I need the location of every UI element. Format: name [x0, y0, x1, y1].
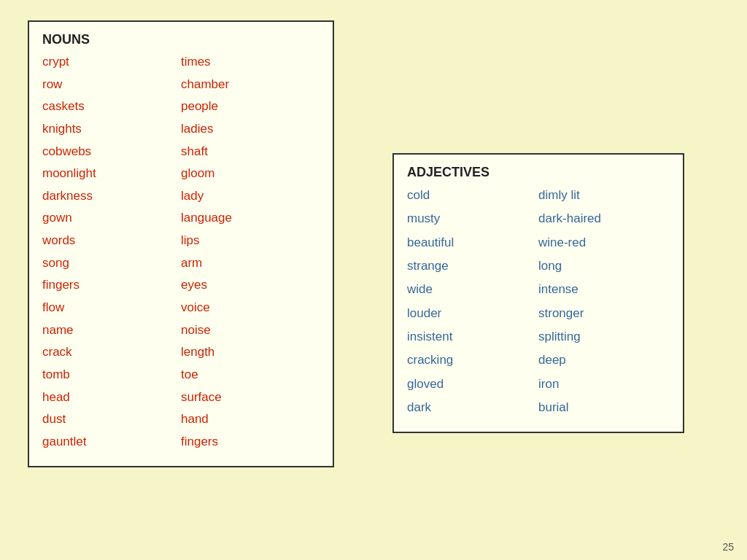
nouns-col2-item: voice	[181, 298, 320, 319]
nouns-col1-item: head	[42, 387, 181, 408]
nouns-grid: crypttimesrowchambercasketspeopleknights…	[42, 52, 320, 453]
adj-col2-item: dark-haired	[538, 208, 670, 230]
adj-col1-item: beautiful	[407, 232, 538, 254]
nouns-col2-item: surface	[181, 387, 320, 408]
nouns-col1-item: flow	[42, 298, 181, 319]
adj-col1-item: strange	[407, 255, 538, 277]
page-number: 25	[722, 541, 734, 553]
adjectives-box: ADJECTIVES colddimly litmustydark-haired…	[392, 153, 684, 433]
nouns-col2-item: eyes	[181, 275, 320, 296]
nouns-col1-item: words	[42, 230, 181, 252]
nouns-col1-item: caskets	[42, 96, 181, 117]
nouns-col2-item: ladies	[181, 119, 320, 140]
adjectives-title: ADJECTIVES	[407, 165, 670, 180]
adj-col1-item: cracking	[407, 349, 538, 371]
nouns-col2-item: times	[181, 52, 320, 73]
nouns-col1-item: cobwebs	[42, 141, 181, 163]
nouns-title: NOUNS	[42, 32, 320, 47]
adj-col2-item: burial	[538, 397, 670, 419]
nouns-col1-item: gown	[42, 208, 181, 229]
nouns-col2-item: hand	[181, 409, 320, 430]
nouns-col1-item: knights	[42, 119, 181, 140]
adj-col2-item: iron	[538, 373, 670, 395]
adj-col2-item: splitting	[538, 326, 670, 348]
adj-col1-item: wide	[407, 279, 538, 300]
nouns-col1-item: row	[42, 74, 181, 96]
nouns-col1-item: darkness	[42, 186, 181, 207]
nouns-col2-item: shaft	[181, 141, 320, 163]
nouns-col1-item: moonlight	[42, 163, 181, 184]
nouns-col2-item: fingers	[181, 432, 320, 453]
adj-col1-item: cold	[407, 184, 538, 206]
adj-col2-item: stronger	[538, 303, 670, 324]
adj-col1-item: musty	[407, 208, 538, 230]
nouns-col2-item: lady	[181, 186, 320, 207]
nouns-col2-item: language	[181, 208, 320, 229]
nouns-col2-item: noise	[181, 320, 320, 341]
nouns-col2-item: length	[181, 342, 320, 363]
adj-col1-item: insistent	[407, 326, 538, 348]
nouns-col1-item: fingers	[42, 275, 181, 296]
nouns-col2-item: toe	[181, 365, 320, 386]
nouns-col2-item: chamber	[181, 74, 320, 96]
adj-col2-item: long	[538, 255, 670, 277]
nouns-col2-item: lips	[181, 230, 320, 252]
nouns-col1-item: gauntlet	[42, 432, 181, 453]
nouns-col2-item: gloom	[181, 163, 320, 184]
adj-col2-item: deep	[538, 349, 670, 371]
adj-col2-item: intense	[538, 279, 670, 300]
nouns-col1-item: tomb	[42, 365, 181, 386]
nouns-col2-item: arm	[181, 253, 320, 274]
nouns-col2-item: people	[181, 96, 320, 117]
nouns-col1-item: crypt	[42, 52, 181, 73]
adjectives-grid: colddimly litmustydark-hairedbeautifulwi…	[407, 184, 670, 419]
nouns-col1-item: name	[42, 320, 181, 341]
adj-col1-item: dark	[407, 397, 538, 419]
adj-col2-item: wine-red	[538, 232, 670, 254]
adj-col1-item: louder	[407, 303, 538, 324]
nouns-col1-item: dust	[42, 409, 181, 430]
nouns-box: NOUNS crypttimesrowchambercasketspeoplek…	[28, 20, 334, 467]
nouns-col1-item: crack	[42, 342, 181, 363]
adj-col1-item: gloved	[407, 373, 538, 395]
nouns-col1-item: song	[42, 253, 181, 274]
adj-col2-item: dimly lit	[538, 184, 670, 206]
